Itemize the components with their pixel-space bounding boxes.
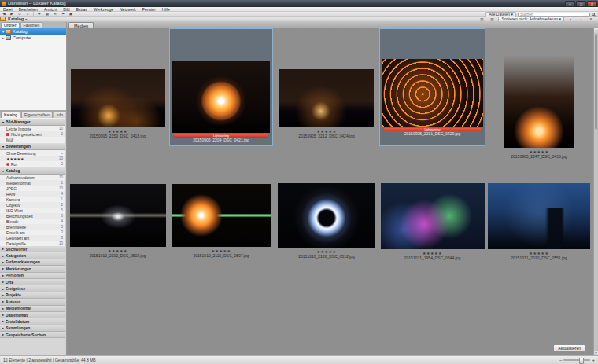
tag-ohne-bewertung[interactable]: Ohne Bewertung ▾ [0, 150, 65, 156]
forward-icon[interactable]: ▶ [8, 12, 16, 17]
section-projekte[interactable]: ▸Projekte [0, 292, 65, 299]
minimize-button[interactable]: – [565, 1, 575, 6]
tree-item-computer[interactable]: ▸ Computer [0, 35, 66, 41]
catalog-caret-icon[interactable]: ▾ [25, 17, 27, 21]
tag-count: 10 [59, 241, 63, 245]
back-icon[interactable]: ◀ [0, 12, 8, 17]
thumbnail-filename: 20150905_2150_DSC_0418.jpg [90, 134, 146, 138]
section-ereignisse[interactable]: ▸Ereignisse [0, 285, 65, 292]
section-gespeicherte-suchen[interactable]: ▸Gespeicherte Suchen [0, 332, 65, 338]
tag-objektiv[interactable]: Objektiv2 [0, 202, 65, 208]
section-autoren[interactable]: ▸Autoren [0, 299, 65, 305]
tag-count: 10 [59, 127, 63, 131]
tag-brennweite[interactable]: Brennweite5 [0, 224, 65, 230]
section-kategorien[interactable]: ▸Kategorien [0, 252, 65, 259]
dropdown-caret-icon[interactable]: ▾ [61, 151, 63, 155]
grid-icon[interactable]: ▦ [43, 12, 51, 17]
section-erstelldatum[interactable]: ▸Erstelldatum [0, 318, 65, 325]
tag-iso[interactable]: ISO-Wert5 [0, 208, 65, 213]
section-personen[interactable]: ▸Personen [0, 273, 65, 279]
mail-icon[interactable]: ✉ [51, 12, 59, 17]
section-dateiformat[interactable]: ▸Dateiformat [0, 312, 65, 318]
maximize-button[interactable]: □ [576, 1, 586, 6]
section-sammlungen[interactable]: ▸Sammlungen [0, 325, 65, 332]
tree-item-katalog[interactable]: ▾ Katalog [0, 28, 66, 35]
tag-aufnahmedatum[interactable]: Aufnahmedatum10 [0, 175, 65, 180]
section-bewertungen[interactable]: ▾ Bewertungen [0, 142, 65, 150]
tag-fuenf-sterne[interactable]: ★★★★★ 10 [0, 156, 65, 161]
thumbnail-6[interactable]: ★★★★★ 20151010_2102_DSC_0502.jpg [68, 175, 167, 259]
tag-blende[interactable]: Blende4 [0, 219, 65, 224]
thumbnail-size-slider[interactable] [563, 359, 590, 361]
panel-icon[interactable]: ▣ [67, 12, 75, 17]
slider-knob[interactable] [579, 358, 584, 364]
menu-netzwerk[interactable]: Netzwerk [116, 7, 139, 12]
scrollbar-thumb[interactable] [595, 34, 597, 130]
tag-erstellt-am[interactable]: Erstellt am3 [0, 230, 65, 235]
thumbnail-filename: 20150905_2204_DSC_0421.jpg [193, 138, 249, 142]
tag-dateigroesse[interactable]: Dateigröße10 [0, 241, 65, 246]
photo-orb-portrait [504, 55, 574, 148]
search-input[interactable]: Suchen [518, 13, 590, 17]
catalog-selector[interactable]: Katalog [8, 17, 24, 21]
section-medienformat[interactable]: ▸Medienformat [0, 306, 65, 312]
tab-favoriten[interactable]: Favoriten [20, 22, 43, 28]
menu-hilfe[interactable]: Hilfe [159, 7, 173, 12]
section-katalog[interactable]: ▾ Katalog [0, 167, 65, 175]
import-icon[interactable]: ✚ [35, 12, 43, 17]
thumbnail-5[interactable]: ★★★★★ 20150905_2247_DSC_0433.jpg [487, 28, 591, 160]
expander-icon[interactable]: ▸ [2, 36, 4, 40]
photo-colorful-lights [381, 183, 485, 249]
tag-letzte-importe[interactable]: Letzte Importe 10 [0, 126, 65, 131]
tag-nicht-gespeichert[interactable]: Nicht gespeichert 2 [0, 131, 65, 137]
zoom-out-icon[interactable]: − [559, 357, 563, 363]
tag-kamera[interactable]: Kamera1 [0, 197, 65, 202]
tab-eigenschaften[interactable]: Eigenschaften [21, 112, 53, 118]
tag-label: Erstellt am [6, 230, 61, 235]
refresh-icon[interactable]: ↺ [16, 12, 24, 17]
tag-rot[interactable]: Rot 2 [0, 161, 65, 167]
section-title: Erstelldatum [6, 319, 29, 324]
section-farbmarkierungen[interactable]: ▸Farbmarkierungen [0, 259, 65, 266]
sidebar-top-tabs: Ordner Favoriten [0, 22, 66, 28]
thumbnail-2-selected[interactable]: Lightpainting 20150905_2204_DSC_0421.jpg [169, 28, 273, 146]
home-icon[interactable]: ⌂ [24, 12, 31, 17]
close-button[interactable]: ✕ [587, 1, 597, 6]
tab-info[interactable]: Info [54, 112, 65, 118]
expander-icon[interactable]: ▾ [2, 30, 4, 34]
tag-count: 10 [59, 186, 63, 190]
tag-raw[interactable]: RAW4 [0, 191, 65, 197]
menu-extras[interactable]: Extras [73, 7, 90, 12]
thumbnail-3[interactable]: ★★★★★ 20150905_2212_DSC_0424.jpg [275, 35, 378, 153]
section-markierungen[interactable]: ▸Markierungen [0, 266, 65, 272]
refresh-view-button[interactable]: Aktualisieren [553, 344, 585, 352]
menu-werkzeuge[interactable]: Werkzeuge [90, 7, 116, 12]
thumbnail-8[interactable]: ★★★★★ 20151010_2128_DSC_0512.jpg [275, 174, 378, 260]
thumbnail-4-selected[interactable]: Lightpainting 20150905_2231_DSC_0429.jpg [379, 28, 485, 146]
thumbnail-9[interactable]: ★★★★★ 20151031_1954_DSC_0544.jpg [379, 174, 485, 262]
tag-label: RAW [6, 192, 61, 197]
tab-ordner[interactable]: Ordner [1, 22, 20, 28]
tag-muell[interactable]: Müll [0, 137, 65, 142]
tag-count: 5 [61, 208, 63, 212]
section-stichwoerter[interactable]: ▸Stichwörter [0, 246, 65, 252]
section-bild-manager[interactable]: ▾ Bild-Manager [0, 118, 65, 126]
tag-jpeg[interactable]: JPEG10 [0, 186, 65, 191]
tag-belichtungszeit[interactable]: Belichtungszeit6 [0, 213, 65, 219]
thumbnail-7[interactable]: ★★★★★ 20151010_2115_DSC_0507.jpg [169, 175, 273, 259]
scroll-up-icon[interactable]: ▲ [594, 28, 598, 33]
vertical-scrollbar[interactable]: ▲ ▼ [593, 28, 598, 355]
flag-icon[interactable]: ⚑ [59, 12, 67, 17]
tree-item-label: Computer [13, 35, 31, 40]
section-orte[interactable]: ▸Orte [0, 279, 65, 285]
zoom-in-icon[interactable]: + [592, 357, 595, 363]
search-icon[interactable] [592, 13, 595, 16]
thumbnail-1[interactable]: ★★★★★ 20150905_2150_DSC_0418.jpg [68, 35, 167, 153]
tag-geaendert-am[interactable]: Geändert am3 [0, 235, 65, 241]
tag-medienformat[interactable]: Medienformat1 [0, 180, 65, 186]
tab-katalog[interactable]: Katalog [1, 112, 20, 118]
sidebar-bottom-tabs: Katalog Eigenschaften Info [0, 112, 65, 118]
thumbnail-10[interactable]: ★★★★★ 20151031_2010_DSC_0551.jpg [487, 174, 591, 262]
section-title: Orte [6, 280, 13, 285]
menu-fenster[interactable]: Fenster [139, 7, 159, 12]
